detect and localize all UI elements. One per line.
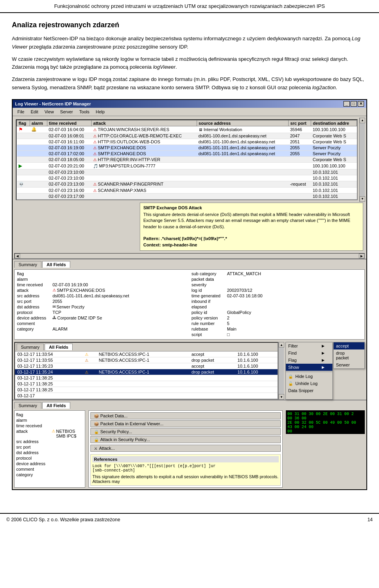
srcport-cell: 2055 [289, 150, 311, 156]
table-row[interactable]: 03-12-17 11:38:25 [15, 381, 278, 387]
table-row[interactable]: 02-07-03 16:19:00 ⚠ SMTP:EXCHANGE:DOS ds… [17, 145, 357, 150]
app-menubar: File Edit View Server Tools Help [13, 108, 366, 116]
detail-row-elapsed: elapsed [191, 304, 362, 309]
tooltip-body: This signature detects denial-of-service… [143, 212, 360, 248]
table-row[interactable]: 03-12-17 11:38:25 [15, 387, 278, 393]
alarm-cell [30, 145, 47, 150]
attack-cell: NETBIOS:ACCESS:IPC-1 [96, 351, 189, 357]
table-row[interactable]: 03-12-17 11:33:54 ⚠ NETBIOS:ACCESS:IPC-1… [15, 351, 278, 357]
scroll-right-button[interactable]: ▶ [359, 254, 364, 258]
table-row[interactable]: 02-07-03 16:08:01 ⚠ HTTP:CGI:ORACLE-WEB-… [17, 133, 357, 139]
menu-file[interactable]: File [14, 109, 28, 115]
detail-row-protocol: protocol TCP [17, 310, 188, 315]
table-row[interactable]: 02-07-03 23:16:00 ⚠ SCANNER:NMAP:XMAS 10… [17, 187, 357, 193]
lower-tab-summary[interactable]: Summary [14, 402, 41, 409]
tab-summary[interactable]: Summary [14, 261, 41, 268]
lower-tab-allfields[interactable]: All Fields [42, 402, 70, 409]
alarm-cell [30, 133, 47, 139]
lower-detail-right: 00 31 00 30 00 2E 00 31 00 2 00 36 00 2E… [286, 410, 365, 488]
lower-row-attack: attack ⚠ NETBIOS SMB IPC$ [16, 429, 83, 438]
source-cell [197, 193, 289, 199]
maximize-button[interactable]: □ [351, 101, 357, 107]
detail-row-time: time received 02-07-03 16:19:00 [17, 282, 188, 287]
detail-col-left: flag alarm time received 02-07-03 16:19:… [17, 271, 188, 338]
menu-edit[interactable]: Edit [28, 109, 41, 115]
menu-server[interactable]: Server [57, 109, 76, 115]
srcport-cell [289, 169, 311, 175]
second-tab-summary[interactable]: Summary [17, 344, 44, 350]
menu-datasnipper[interactable]: Data Snipper [286, 387, 332, 394]
table-row[interactable]: 03-12-17 11:38:25 [15, 375, 278, 381]
scrollbar-vertical[interactable]: ▲ ▼ [359, 118, 365, 202]
table-row[interactable]: 03-12-17 11:35:23 accept 10.1.6.100 [15, 363, 278, 369]
detail-col-right: sub category ATTACK_MATCH packet data se… [191, 271, 362, 338]
submenu-serwer[interactable]: Serwer [334, 361, 364, 368]
time-cell: 02-07-03 23:16:00 [47, 187, 91, 193]
menu-tools[interactable]: Tools [76, 109, 93, 115]
app-window: Log Viewer - NetScreen IDP Manager _ □ ✕… [12, 99, 367, 490]
dest-cell: 10.1.6.100 [235, 369, 278, 375]
flag-cell [17, 193, 47, 199]
flag-cell: ⚑ [17, 126, 30, 133]
menu-view[interactable]: View [41, 109, 57, 115]
attack-cell: ⚠ HTTP:REQERR:INV-HTTP-VER [92, 156, 197, 162]
submenu-droppacket[interactable]: drop packet [334, 349, 364, 361]
second-scroll-down[interactable]: ▼ [279, 394, 284, 400]
attack-security-policy-button[interactable]: 🔒 Attack in Security Policy... [90, 436, 281, 443]
menu-find[interactable]: Find ▶ [286, 349, 332, 357]
minimize-button[interactable]: _ [343, 101, 350, 107]
menu-show[interactable]: Show ▶ [286, 364, 332, 371]
packet-data-external-button[interactable]: 📦 Packet Data in External Viewer... [90, 420, 281, 427]
security-policy-button[interactable]: 🔒 Security Policy... [90, 428, 281, 435]
srcport-cell [289, 187, 311, 193]
table-row[interactable]: 02-07-03 16:11:00 ⚠ HTTP:IIS:OUTLOOK-WEB… [17, 139, 357, 145]
detail-tabs: Summary All Fields [14, 261, 365, 268]
second-scrollbar-v[interactable]: ▲ ▼ [278, 342, 284, 400]
menu-help[interactable]: Help [92, 109, 108, 115]
second-scroll-up[interactable]: ▲ [279, 342, 284, 348]
table-row[interactable]: 02-07-03 23:17:00 10.0.102.101 [17, 193, 357, 199]
tab-allfields[interactable]: All Fields [42, 261, 70, 268]
menu-filter[interactable]: Filter ▶ [286, 342, 332, 349]
tooltip-context: Context: smtp-header-line [143, 242, 197, 247]
lower-row-dstaddr: dst address [16, 450, 83, 455]
lower-detail-fields: flag alarm time received attack ⚠ NETBIO… [14, 410, 85, 488]
attack-button[interactable]: ⚔ Attack... [90, 445, 281, 452]
scroll-left-button[interactable]: ◀ [15, 254, 20, 258]
table-row[interactable]: ⚑ 🔔 02-07-03 16:04:00 ⚠ TROJAN:WINCRASH:… [17, 126, 357, 133]
table-row[interactable]: 02-07-03 23:10:00 10.0.102.101 [17, 175, 357, 181]
table-row[interactable]: 03-12-17 [15, 393, 278, 399]
page-number: 14 [368, 517, 373, 522]
table-row[interactable]: 03-12-17 11:35:24 ⚠ NETBIOS:ACCESS:IPC-1… [15, 369, 278, 375]
packet-data-button[interactable]: 📦 Packet Data... [90, 412, 281, 419]
close-button[interactable]: ✕ [358, 101, 364, 107]
col-attack: attack [92, 120, 197, 126]
menu-hidelog[interactable]: 🔒 Hide Log [286, 373, 332, 380]
second-tab-allfields[interactable]: All Fields [45, 344, 73, 350]
alarm-cell [30, 139, 47, 145]
alarm-cell [30, 162, 47, 169]
table-row[interactable]: ▶ 02-07-03 20:21:00 🎵 MP3:NAPSTER:LOGIN-… [17, 162, 357, 169]
col-dest: destination addre [311, 120, 357, 126]
table-row[interactable]: 02-07-03 18:05:00 ⚠ HTTP:REQERR:INV-HTTP… [17, 156, 357, 162]
detail-row-comment: comment [17, 321, 188, 326]
scroll-up-button[interactable]: ▲ [360, 118, 365, 123]
lower-detail-content: flag alarm time received attack ⚠ NETBIO… [14, 410, 365, 488]
table-row[interactable]: 03-12-17 11:33:55 ⚠ NETBIOS:ACCESS:IPC-1… [15, 357, 278, 363]
scroll-down-button[interactable]: ▼ [360, 196, 365, 202]
dest-cell: 10.0.102.101 [311, 169, 357, 175]
scrollbar-horizontal[interactable]: ◀ ▶ [14, 253, 365, 259]
copyright: © 2006 CLICO Sp. z o.o. Wszelkie prawa z… [6, 517, 120, 522]
menu-unhidelog[interactable]: 🔓 Unhide Log [286, 380, 332, 387]
dest-cell: Serwer Poczty [311, 145, 357, 150]
second-log-table-wrapper: Summary All Fields 03-12-17 11:33:54 ⚠ N… [14, 342, 278, 400]
source-cell [197, 169, 289, 175]
submenu-accept[interactable]: accept [334, 342, 364, 349]
table-header-row: flag alarm time received attack source a… [17, 120, 357, 126]
col-flag: flag [17, 120, 30, 126]
table-row[interactable]: 02-07-03 17:02:00 ⚠ SMTP:EXCHANGE:DOS ds… [17, 150, 357, 156]
table-row[interactable]: 02-07-03 23:10:00 10.0.102.101 [17, 169, 357, 175]
table-row[interactable]: 💀 02-07-03 23:13:00 ⚠ SCANNER:NMAP:FINGE… [17, 181, 357, 187]
menu-flag[interactable]: Flag ▶ [286, 357, 332, 364]
references-area: References Look for [\\\00?\\\00?.*[[[es… [90, 454, 281, 486]
